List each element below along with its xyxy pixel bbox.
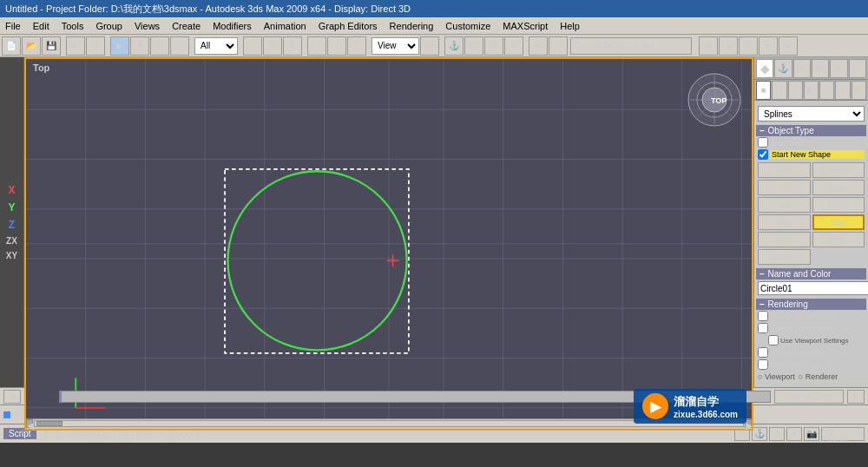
tb-named-sets[interactable]: ▮ [283, 36, 302, 56]
panel-tab-motion[interactable]: ▶ [812, 59, 829, 78]
object-type-header[interactable]: Object Type [756, 125, 866, 136]
btn-ngon[interactable]: NGon [758, 214, 811, 230]
panel-sub-helpers[interactable]: + [819, 81, 834, 100]
rendering-header[interactable]: Rendering [756, 299, 866, 310]
tb-render-settings[interactable]: ⚙ [549, 36, 568, 56]
menu-views[interactable]: Views [133, 21, 161, 31]
object-name-input[interactable] [758, 281, 868, 295]
btn-ellipse[interactable]: Ellipse [812, 180, 865, 195]
add-time-tag-btn[interactable]: Add Time Tag [774, 390, 844, 404]
menu-file[interactable]: File [3, 21, 23, 31]
menu-modifiers[interactable]: Modifiers [211, 21, 253, 31]
timeline-next[interactable]: ▶ [847, 390, 865, 404]
btn-circle[interactable]: Circle [758, 180, 811, 195]
viewport[interactable]: Top [24, 57, 753, 431]
menu-customize[interactable]: Customize [444, 21, 492, 31]
btn-rectangle[interactable]: Rectangle [812, 162, 865, 178]
icon-camera[interactable]: 📷 [804, 427, 819, 441]
tb-snaps[interactable]: ⚓ [444, 36, 464, 56]
btn-section[interactable]: Section [758, 249, 811, 265]
watermark-text: 溜溜自学 [674, 394, 738, 410]
btn-line[interactable]: Line [758, 162, 811, 178]
axis-y-label[interactable]: Y [5, 201, 17, 214]
panel-tab-create[interactable]: ◆ [756, 59, 773, 78]
menu-animation[interactable]: Animation [262, 21, 308, 31]
panel-sub-spacewarps[interactable]: ♦ [835, 81, 850, 100]
tb-extra2[interactable]: ■ [719, 36, 738, 56]
autogrid-checkbox[interactable] [758, 137, 768, 148]
real-world-checkbox[interactable] [758, 359, 768, 370]
menu-maxscript[interactable]: MAXScript [501, 21, 549, 31]
axis-x-label[interactable]: X [5, 183, 17, 197]
tb-undo[interactable]: ↶ [66, 36, 85, 56]
panel-content: Splines Object Type AutoGrid Start New S… [754, 101, 868, 387]
menu-create[interactable]: Create [170, 21, 202, 31]
start-new-shape-checkbox[interactable] [758, 149, 768, 160]
splines-dropdown[interactable]: Splines [758, 106, 865, 122]
tb-extra5[interactable]: ■ [779, 36, 798, 56]
menu-edit[interactable]: Edit [31, 21, 51, 31]
panel-sub-shapes[interactable]: △ [772, 81, 786, 100]
menu-rendering[interactable]: Rendering [388, 21, 436, 31]
tb-extra3[interactable]: ■ [739, 36, 758, 56]
menu-tools[interactable]: Tools [60, 21, 86, 31]
create-selection-set[interactable]: Create Selection Set [570, 37, 692, 55]
enable-viewport-checkbox[interactable] [758, 323, 768, 333]
tb-percent[interactable]: 2.5 [420, 36, 439, 56]
panel-tab-utilities[interactable]: ⚙ [849, 59, 866, 78]
tb-align[interactable]: 〈 [327, 36, 346, 56]
icon-snap[interactable]: ■ [786, 427, 802, 441]
panel-sub-geometry[interactable]: ■ [756, 81, 771, 100]
scroll-left-btn[interactable]: ◀ [26, 419, 33, 428]
tb-array[interactable]: ∙ [347, 36, 366, 56]
tb-rotate[interactable]: ↻ [150, 36, 169, 56]
view-dropdown[interactable]: View [372, 37, 419, 55]
viewport-renderer-option[interactable]: ○ Viewport [758, 372, 795, 381]
renderer-option[interactable]: ○ Renderer [799, 372, 838, 381]
axis-xy-label[interactable]: XY [3, 250, 20, 261]
tb-render[interactable]: ☀ [529, 36, 548, 56]
axis-zx-label[interactable]: ZX [3, 235, 20, 247]
key-filters-btn[interactable]: Key Filters... [821, 427, 865, 441]
tb-mirror[interactable]: ↔ [307, 36, 326, 56]
name-color-header[interactable]: Name and Color [756, 268, 866, 280]
btn-star[interactable]: Star [812, 214, 865, 230]
tb-move[interactable]: ✚ [130, 36, 149, 56]
btn-donut[interactable]: Donut [812, 197, 865, 213]
timeline-prev[interactable]: ◀ [3, 390, 21, 404]
icon-gear[interactable]: ⚙ [769, 427, 785, 441]
tb-angle-snap[interactable]: ⌫ [464, 36, 483, 56]
menu-group[interactable]: Group [94, 21, 124, 31]
panel-tab-modify[interactable]: ⚓ [774, 59, 792, 78]
axis-z-label[interactable]: Z [6, 218, 17, 232]
tb-save[interactable]: 💾 [42, 36, 61, 56]
menu-help[interactable]: Help [558, 21, 582, 31]
tb-select-region[interactable]: □ [243, 36, 262, 56]
tb-extra1[interactable]: ■ [699, 36, 718, 56]
bottom-icons: ⨁ ⚓ ⚙ ■ 📷 Key Filters... [734, 427, 865, 441]
panel-tab-hierarchy[interactable]: ⊕ [793, 59, 811, 78]
generate-mapping-checkbox[interactable] [758, 347, 768, 358]
icon-anchor[interactable]: ⚓ [752, 427, 767, 441]
tb-scale[interactable]: △ [170, 36, 189, 56]
btn-arc[interactable]: Arc [758, 197, 811, 213]
enable-renderer-checkbox[interactable] [758, 311, 768, 321]
panel-sub-systems[interactable]: ⚙ [852, 81, 866, 100]
tb-extra4[interactable]: ■ [759, 36, 778, 56]
compass-gizmo[interactable]: TOP [687, 72, 743, 128]
tb-select[interactable]: ▶ [110, 36, 129, 56]
btn-helix[interactable]: Helix [812, 232, 865, 247]
menu-graph-editors[interactable]: Graph Editors [317, 21, 379, 31]
btn-text[interactable]: Text [758, 232, 811, 247]
tb-new[interactable]: 📄 [2, 36, 21, 56]
tb-window-crossing[interactable]: ▥ [263, 36, 282, 56]
tb-redo[interactable]: ↷ [86, 36, 105, 56]
panel-tab-display[interactable]: ☀ [830, 59, 847, 78]
tb-percent-snap[interactable]: % [484, 36, 503, 56]
select-filter-dropdown[interactable]: All [194, 37, 238, 55]
panel-sub-lights[interactable]: ☼ [788, 81, 803, 100]
use-viewport-checkbox[interactable] [768, 335, 779, 345]
tb-open[interactable]: 📂 [22, 36, 41, 56]
panel-sub-cameras[interactable]: ▶ [804, 81, 819, 100]
tb-spinner-snap[interactable]: ≡ [504, 36, 523, 56]
